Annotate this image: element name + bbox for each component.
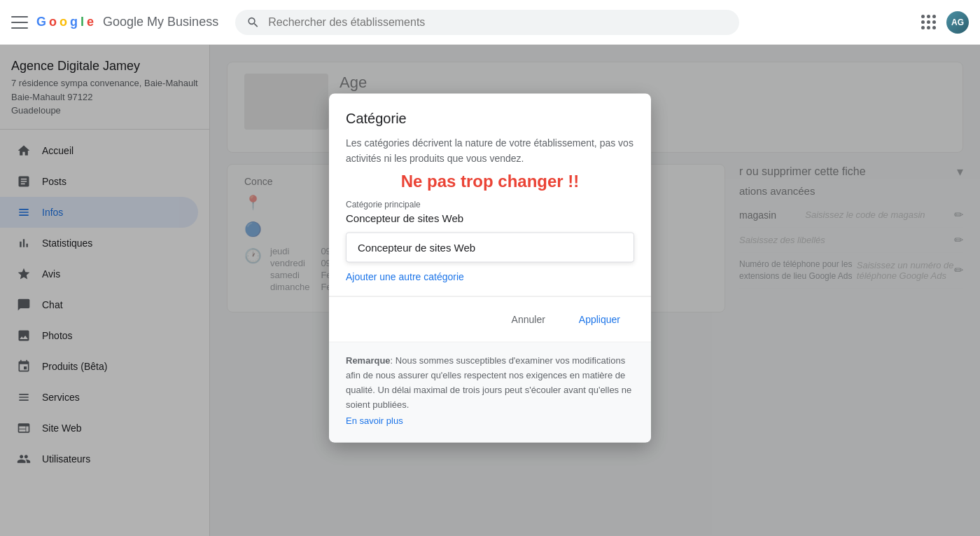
topbar-right: AG bbox=[921, 11, 969, 34]
warning-text: Ne pas trop changer !! bbox=[346, 172, 634, 191]
cancel-button[interactable]: Annuler bbox=[498, 308, 559, 331]
menu-button[interactable] bbox=[11, 16, 28, 29]
modal-footer: Remarque: Nous sommes susceptibles d'exa… bbox=[329, 342, 651, 443]
apps-icon[interactable] bbox=[921, 15, 935, 29]
avatar[interactable]: AG bbox=[946, 11, 969, 34]
category-modal: Catégorie Les catégories décrivent la na… bbox=[329, 93, 651, 443]
topbar: Google Google My Business AG bbox=[0, 0, 980, 45]
modal-actions: Annuler Appliquer bbox=[329, 296, 651, 342]
current-category-text: Concepteur de sites Web bbox=[346, 212, 634, 224]
modal-header: Catégorie Les catégories décrivent la na… bbox=[329, 93, 651, 191]
category-input[interactable]: Concepteur de sites Web bbox=[346, 233, 634, 263]
app-title: Google My Business bbox=[103, 15, 218, 29]
modal-title: Catégorie bbox=[346, 110, 634, 126]
add-category-link[interactable]: Ajouter une autre catégorie bbox=[346, 271, 634, 282]
learn-more-link[interactable]: En savoir plus bbox=[346, 415, 403, 426]
apply-button[interactable]: Appliquer bbox=[565, 308, 634, 331]
google-logo: Google Google My Business bbox=[36, 15, 218, 29]
topbar-left: Google Google My Business bbox=[11, 15, 218, 29]
search-bar[interactable] bbox=[235, 10, 739, 35]
search-input[interactable] bbox=[268, 16, 728, 29]
modal-description: Les catégories décrivent la nature de vo… bbox=[346, 135, 634, 166]
category-principal-label: Catégorie principale bbox=[346, 200, 634, 209]
modal-body: Catégorie principale Concepteur de sites… bbox=[329, 200, 651, 282]
modal-footer-note: Remarque: Nous sommes susceptibles d'exa… bbox=[346, 354, 634, 412]
search-icon bbox=[246, 15, 260, 29]
